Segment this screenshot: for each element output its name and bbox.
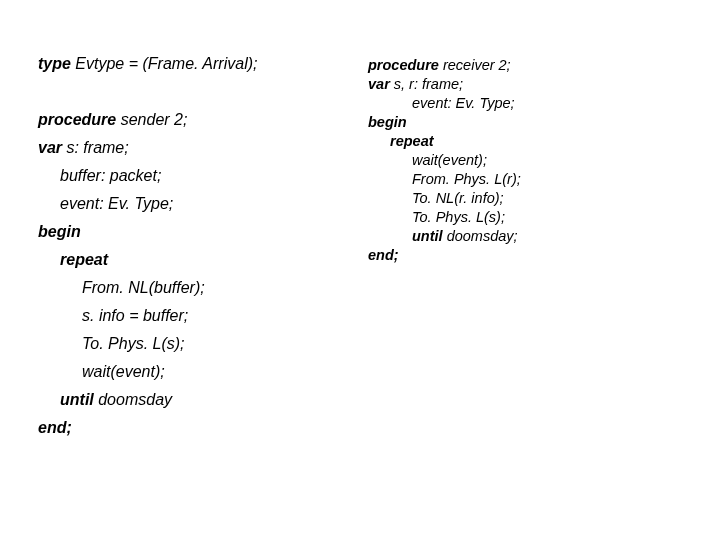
keyword-repeat: repeat (38, 246, 368, 274)
code-line: To. Phys. L(s); (368, 208, 678, 227)
code-line: wait(event); (38, 358, 368, 386)
slide: type Evtype = (Frame. Arrival); procedur… (0, 0, 720, 442)
code-line: s. info = buffer; (38, 302, 368, 330)
code-text: s. info = buffer; (82, 307, 188, 324)
keyword-repeat: repeat (368, 132, 678, 151)
keyword-until: until (60, 391, 94, 408)
code-text: buffer: packet; (60, 167, 161, 184)
keyword-var: var (368, 76, 390, 92)
receiver-code-block: procedure receiver 2; var s, r: frame; e… (368, 50, 678, 442)
keyword-begin: begin (368, 113, 678, 132)
keyword-end: end; (368, 246, 678, 265)
code-text: To. Phys. L(s); (82, 335, 185, 352)
code-line: wait(event); (368, 151, 678, 170)
code-line: procedure sender 2; (38, 106, 368, 134)
code-line: event: Ev. Type; (368, 94, 678, 113)
keyword-type: type (38, 55, 71, 72)
sender-code-block: type Evtype = (Frame. Arrival); procedur… (38, 50, 368, 442)
keyword-procedure: procedure (368, 57, 439, 73)
code-text: wait(event); (82, 363, 165, 380)
code-line: From. Phys. L(r); (368, 170, 678, 189)
code-line: var s: frame; (38, 134, 368, 162)
keyword-procedure: procedure (38, 111, 116, 128)
code-line: event: Ev. Type; (38, 190, 368, 218)
code-text: To. NL(r. info); (412, 190, 504, 206)
code-text: doomsday; (443, 228, 518, 244)
keyword-begin: begin (38, 218, 368, 246)
code-line: until doomsday; (368, 227, 678, 246)
keyword-var: var (38, 139, 62, 156)
code-line: type Evtype = (Frame. Arrival); (38, 50, 368, 78)
blank-line (38, 78, 368, 106)
code-text: To. Phys. L(s); (412, 209, 505, 225)
code-text: event: Ev. Type; (60, 195, 173, 212)
code-line: From. NL(buffer); (38, 274, 368, 302)
code-line: To. Phys. L(s); (38, 330, 368, 358)
code-line: until doomsday (38, 386, 368, 414)
keyword-until: until (412, 228, 443, 244)
code-text: s, r: frame; (390, 76, 463, 92)
code-line: var s, r: frame; (368, 75, 678, 94)
code-text: wait(event); (412, 152, 487, 168)
code-text: doomsday (94, 391, 172, 408)
code-text: sender 2; (116, 111, 187, 128)
code-text: From. Phys. L(r); (412, 171, 521, 187)
code-line: To. NL(r. info); (368, 189, 678, 208)
code-line: procedure receiver 2; (368, 56, 678, 75)
code-text: s: frame; (62, 139, 129, 156)
code-line: buffer: packet; (38, 162, 368, 190)
code-text: Evtype = (Frame. Arrival); (71, 55, 258, 72)
keyword-end: end; (38, 414, 368, 442)
code-text: event: Ev. Type; (412, 95, 515, 111)
code-text: receiver 2; (439, 57, 511, 73)
code-text: From. NL(buffer); (82, 279, 205, 296)
